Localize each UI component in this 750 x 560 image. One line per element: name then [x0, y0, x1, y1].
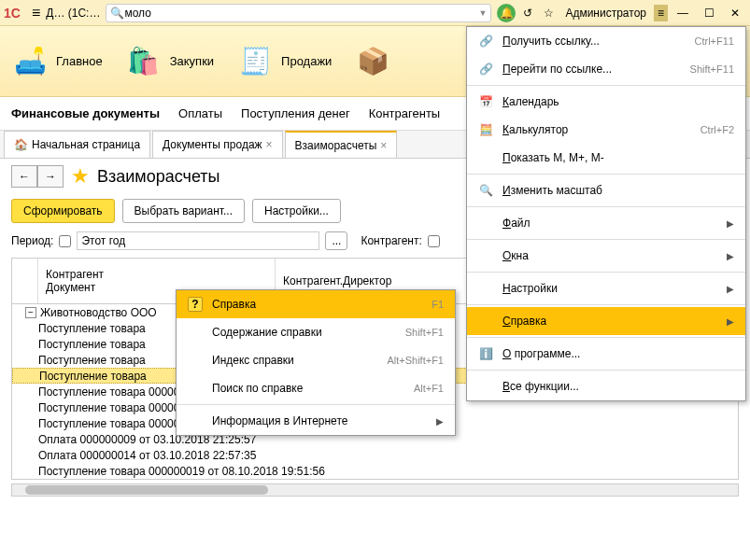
col-header[interactable]: Контрагент — [46, 268, 267, 281]
search-box[interactable]: 🔍 ▼ — [106, 4, 491, 22]
menu-item[interactable]: 🔗Перейти по ссылке...Shift+F11 — [467, 55, 745, 83]
submenu-label: Содержание справки — [212, 326, 396, 339]
menu-icon: 🔗 — [478, 35, 493, 48]
user-label[interactable]: Администратор — [561, 5, 650, 21]
menu-item[interactable]: Все функции... — [467, 372, 745, 400]
nav-purchases[interactable]: 🛍️ Закупки — [125, 43, 214, 80]
horizontal-scrollbar[interactable] — [11, 483, 739, 497]
tab-home[interactable]: 🏠 Начальная страница — [4, 131, 150, 158]
menu-item[interactable]: Файл▶ — [467, 209, 745, 237]
nav-main[interactable]: 🛋️ Главное — [11, 43, 103, 80]
help-submenu: ?СправкаF1Содержание справкиShift+F1Инде… — [176, 289, 456, 436]
menu-label: Калькулятор — [502, 123, 691, 136]
chevron-right-icon: ▶ — [436, 416, 444, 427]
submenu-item[interactable]: Поиск по справкеAlt+F1 — [177, 374, 455, 402]
menu-item[interactable]: 🔍Изменить масштаб — [467, 176, 745, 204]
menu-shortcut: Ctrl+F11 — [695, 35, 735, 47]
data-row[interactable]: Поступление товара 000000019 от 08.10.20… — [12, 463, 738, 479]
tab-sales-docs[interactable]: Документы продаж × — [152, 131, 283, 158]
menu-icon: ℹ️ — [478, 347, 493, 360]
settings-menu-button[interactable]: ≡ — [654, 5, 668, 21]
subnav-item[interactable]: Поступления денег — [241, 106, 350, 120]
period-picker-button[interactable]: ... — [325, 231, 347, 250]
chevron-right-icon: ▶ — [727, 284, 734, 294]
close-button[interactable]: ✕ — [724, 5, 746, 21]
page-title: Взаиморасчеты — [97, 167, 220, 187]
menu-item[interactable]: 🔗Получить ссылку...Ctrl+F11 — [467, 27, 745, 55]
back-button[interactable]: ← — [11, 165, 37, 188]
forward-button[interactable]: → — [37, 165, 64, 188]
submenu-shortcut: Shift+F1 — [405, 327, 444, 338]
nav-label: Главное — [56, 54, 103, 68]
subnav-item[interactable]: Контрагенты — [369, 106, 441, 120]
submenu-item[interactable]: Информация в Интернете▶ — [177, 407, 455, 435]
subnav-item[interactable]: Оплаты — [178, 106, 222, 120]
menu-item[interactable]: Настройки▶ — [467, 274, 745, 302]
maximize-button[interactable]: ☐ — [698, 5, 720, 21]
menu-item[interactable]: 🧮КалькуляторCtrl+F2 — [467, 116, 745, 144]
search-dropdown-icon[interactable]: ▼ — [478, 8, 487, 18]
bag-icon: 🛍️ — [125, 43, 163, 80]
search-input[interactable] — [124, 7, 478, 20]
menu-item[interactable]: Показать M, M+, M- — [467, 144, 745, 172]
collapse-icon[interactable]: − — [25, 307, 36, 318]
data-row[interactable]: Оплата 000000014 от 03.10.2018 22:57:35 — [12, 447, 738, 463]
menu-shortcut: Shift+F11 — [690, 63, 734, 75]
submenu-icon: ? — [188, 297, 203, 312]
chevron-right-icon: ▶ — [727, 316, 734, 327]
close-icon[interactable]: × — [266, 138, 273, 151]
form-button[interactable]: Сформировать — [11, 199, 115, 223]
group-label: Животноводство ООО — [40, 306, 157, 319]
settings-button[interactable]: Настройки... — [252, 199, 341, 223]
menu-label: Файл — [502, 217, 717, 230]
menu-icon: 🔍 — [478, 184, 493, 197]
menu-item[interactable]: ℹ️О программе... — [467, 340, 745, 368]
submenu-item[interactable]: ?СправкаF1 — [177, 290, 455, 318]
counterparty-label: Контрагент: — [361, 234, 421, 247]
menu-label: Перейти по ссылке... — [502, 63, 681, 76]
period-checkbox[interactable] — [59, 235, 71, 247]
menu-icon: 🧮 — [478, 123, 493, 136]
menu-label: О программе... — [502, 347, 734, 360]
home-icon: 🏠 — [14, 138, 28, 151]
titlebar: 1C ≡ Д… (1С:… 🔍 ▼ 🔔 ↺ ☆ Администратор ≡ … — [0, 0, 750, 26]
nav-label: Продажи — [281, 54, 332, 68]
hamburger-icon[interactable]: ≡ — [32, 5, 40, 21]
minimize-button[interactable]: — — [672, 5, 694, 21]
menu-item[interactable]: Окна▶ — [467, 242, 745, 270]
nav-label: Закупки — [170, 54, 214, 68]
counterparty-checkbox[interactable] — [428, 235, 440, 247]
tab-label: Документы продаж — [163, 138, 262, 151]
submenu-shortcut: F1 — [432, 299, 444, 310]
submenu-label: Информация в Интернете — [212, 414, 427, 427]
chevron-right-icon: ▶ — [727, 251, 734, 261]
favorite-icon[interactable]: ★ — [71, 164, 90, 189]
menu-icon: 📅 — [478, 95, 493, 108]
submenu-label: Справка — [212, 298, 422, 311]
close-icon[interactable]: × — [380, 139, 387, 152]
subnav-item[interactable]: Финансовые документы — [11, 106, 160, 120]
window-title: Д… (1С:… — [46, 7, 100, 20]
star-icon[interactable]: ☆ — [540, 5, 558, 21]
menu-label: Показать M, M+, M- — [502, 151, 734, 164]
menu-label: Получить ссылку... — [502, 35, 686, 48]
nav-more[interactable]: 📦 — [354, 43, 391, 80]
menu-label: Календарь — [502, 95, 734, 108]
variant-button[interactable]: Выбрать вариант... — [122, 199, 245, 223]
tab-settlements[interactable]: Взаиморасчеты × — [285, 131, 398, 158]
nav-sales[interactable]: 🧾 Продажи — [236, 43, 332, 80]
menu-label: Изменить масштаб — [502, 184, 734, 197]
search-icon: 🔍 — [110, 7, 124, 20]
chevron-right-icon: ▶ — [727, 218, 734, 229]
main-menu: 🔗Получить ссылку...Ctrl+F11🔗Перейти по с… — [466, 26, 746, 401]
menu-item[interactable]: 📅Календарь — [467, 88, 745, 116]
submenu-item[interactable]: Индекс справкиAlt+Shift+F1 — [177, 346, 455, 374]
tab-label: Взаиморасчеты — [295, 139, 377, 152]
submenu-item[interactable]: Содержание справкиShift+F1 — [177, 318, 455, 346]
submenu-shortcut: Alt+F1 — [414, 383, 444, 394]
history-icon[interactable]: ↺ — [519, 5, 536, 21]
period-label: Период: — [11, 234, 53, 247]
menu-item[interactable]: Справка▶ — [467, 307, 745, 335]
period-input[interactable] — [77, 231, 319, 250]
bell-icon[interactable]: 🔔 — [497, 4, 516, 22]
